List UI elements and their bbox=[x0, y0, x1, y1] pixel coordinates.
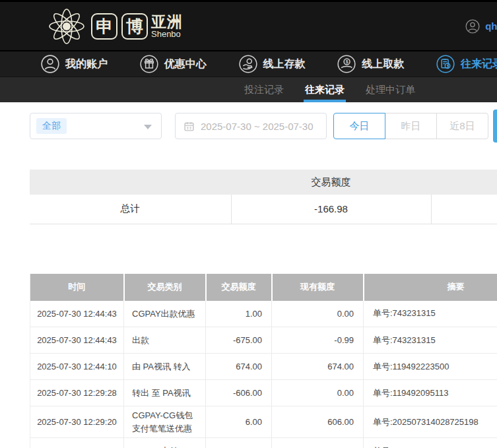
cell-type: CGPAY出款优惠 bbox=[124, 301, 206, 327]
cell-memo: 单号:202507314028725198 bbox=[364, 438, 497, 448]
nav-item-label: 线上存款 bbox=[263, 57, 306, 71]
cell-memo: 单号:743231315 bbox=[364, 301, 497, 327]
withdraw-icon: $ bbox=[337, 55, 356, 73]
gift-icon bbox=[140, 55, 158, 73]
cell-time: 2025-07-30 12:29:28 bbox=[30, 380, 124, 406]
cell-balance: 600.00 bbox=[272, 438, 364, 448]
column-header-time: 时间 bbox=[30, 274, 124, 301]
brand-subtext: Shenbo bbox=[151, 30, 183, 39]
nav-item-deposit[interactable]: 线上存款 bbox=[239, 55, 306, 73]
summary-total-label: 总计 bbox=[30, 195, 231, 224]
summary-header-spacer bbox=[30, 170, 231, 195]
deposit-icon bbox=[239, 55, 257, 73]
cell-memo: 单号:202507314028725198 bbox=[364, 406, 497, 438]
cell-type: 转出 至 PA视讯 bbox=[124, 380, 206, 406]
svg-text:$: $ bbox=[346, 59, 348, 65]
cell-balance: 606.00 bbox=[272, 406, 364, 438]
column-header-memo: 摘要 bbox=[364, 274, 497, 301]
cell-amount: 6.00 bbox=[206, 406, 272, 438]
selected-type-tag[interactable]: 全部 bbox=[36, 118, 67, 134]
table-row: 2025-07-30 12:44:43 出款 -675.00 -0.99 单号:… bbox=[30, 327, 497, 354]
nav-item-transaction-records[interactable]: 往来记录 bbox=[436, 55, 497, 73]
query-button[interactable] bbox=[493, 110, 497, 143]
nav-item-label: 线上取款 bbox=[362, 57, 404, 71]
filter-row: 全部 2025-07-30 ~ 2025-07-30 今日 昨日 近8日 bbox=[30, 110, 497, 143]
cell-memo: 单号:743231315 bbox=[364, 327, 497, 354]
date-range-value: 2025-07-30 ~ 2025-07-30 bbox=[201, 121, 314, 132]
nav-item-promotions[interactable]: 优惠中心 bbox=[140, 55, 207, 73]
top-header: 申 博 亚洲 Shenbo qhhv bbox=[0, 2, 497, 50]
calendar-icon bbox=[183, 121, 195, 132]
flower-logo-icon bbox=[46, 6, 87, 47]
page: 申 博 亚洲 Shenbo qhhv bbox=[0, 0, 497, 448]
summary-header-spacer bbox=[431, 170, 497, 195]
chevron-down-icon bbox=[144, 125, 152, 129]
cell-time: 2025-07-30 12:44:43 bbox=[30, 301, 124, 327]
table-header-row: 时间 交易类别 交易额度 现有额度 摘要 bbox=[30, 274, 497, 301]
brand-region: 亚洲 Shenbo bbox=[151, 14, 183, 39]
cell-amount: 600.00 bbox=[206, 438, 272, 448]
cell-type: 由 PA视讯 转入 bbox=[124, 354, 206, 380]
column-header-amount: 交易额度 bbox=[206, 274, 272, 301]
table-row: 2025-07-30 12:29:28 转出 至 PA视讯 -606.00 0.… bbox=[30, 380, 497, 406]
cell-balance: 674.00 bbox=[272, 354, 364, 380]
cell-balance: 0.00 bbox=[272, 380, 364, 406]
summary-table: 交易额度 总计 -166.98 bbox=[30, 170, 497, 224]
nav-item-label: 优惠中心 bbox=[164, 57, 207, 71]
user-icon bbox=[41, 55, 59, 73]
quick-filter-today[interactable]: 今日 bbox=[333, 113, 385, 139]
cell-amount: 1.00 bbox=[206, 301, 272, 327]
cell-memo: 单号:119492223500 bbox=[364, 354, 497, 380]
cell-time: 2025-07-30 12:44:10 bbox=[30, 354, 124, 380]
cell-type: 出款 bbox=[124, 327, 206, 354]
column-header-type: 交易类别 bbox=[124, 274, 206, 301]
date-range-input[interactable]: 2025-07-30 ~ 2025-07-30 bbox=[175, 113, 327, 139]
cell-balance: -0.99 bbox=[272, 327, 364, 354]
logo-char-shen: 申 bbox=[91, 13, 117, 40]
tab-pending-orders[interactable]: 处理中订单 bbox=[366, 77, 415, 102]
cell-time: 2025-07-30 12:44:43 bbox=[30, 327, 124, 354]
tab-betting-records[interactable]: 投注记录 bbox=[244, 77, 284, 102]
cell-type: CGPAY支付 bbox=[124, 438, 206, 448]
cell-amount: 674.00 bbox=[206, 354, 272, 380]
cell-amount: -675.00 bbox=[206, 327, 272, 354]
table-row: 2025-07-30 12:29:20 CGPAY-CG钱包支付笔笔送优惠 6.… bbox=[30, 406, 497, 438]
cell-time: 2025-07-30 12:29:20 bbox=[30, 406, 124, 438]
logo-char-bo: 博 bbox=[121, 13, 148, 40]
username-link[interactable]: qhhv bbox=[485, 20, 497, 32]
cell-memo: 单号:119492095113 bbox=[364, 380, 497, 406]
user-area: qhhv bbox=[465, 2, 497, 50]
cell-type: CGPAY-CG钱包支付笔笔送优惠 bbox=[124, 406, 206, 438]
records-icon bbox=[436, 55, 455, 73]
quick-filter-yesterday[interactable]: 昨日 bbox=[385, 113, 437, 139]
cell-time: 2025-07-30 12:29:20 bbox=[30, 438, 124, 448]
quick-filter-last-8-days[interactable]: 近8日 bbox=[436, 113, 488, 139]
type-filter-select[interactable]: 全部 bbox=[30, 113, 162, 139]
content-area: 全部 2025-07-30 ~ 2025-07-30 今日 昨日 近8日 bbox=[0, 110, 497, 448]
summary-header-amount: 交易额度 bbox=[231, 170, 431, 195]
nav-item-withdraw[interactable]: $ 线上取款 bbox=[337, 55, 404, 73]
nav-item-label: 我的账户 bbox=[65, 57, 108, 71]
tab-transaction-records[interactable]: 往来记录 bbox=[305, 77, 345, 102]
nav-item-my-account[interactable]: 我的账户 bbox=[41, 55, 108, 73]
quick-date-buttons: 今日 昨日 近8日 bbox=[333, 113, 488, 139]
user-avatar-icon bbox=[465, 19, 480, 34]
sub-tab-bar: 投注记录 往来记录 处理中订单 bbox=[0, 77, 497, 102]
summary-total-value: -166.98 bbox=[231, 195, 431, 224]
nav-item-label: 往来记录 bbox=[461, 57, 497, 71]
cell-balance: 0.00 bbox=[272, 301, 364, 327]
brand-logo: 申 博 亚洲 Shenbo bbox=[46, 6, 183, 47]
cell-amount: -606.00 bbox=[206, 380, 272, 406]
table-row: 2025-07-30 12:44:43 CGPAY出款优惠 1.00 0.00 … bbox=[30, 301, 497, 327]
table-row: 2025-07-30 12:29:20 CGPAY支付 600.00 600.0… bbox=[30, 438, 497, 448]
main-nav: 我的账户 优惠中心 线上存款 bbox=[0, 50, 497, 77]
table-row: 2025-07-30 12:44:10 由 PA视讯 转入 674.00 674… bbox=[30, 354, 497, 380]
column-header-balance: 现有额度 bbox=[272, 274, 364, 301]
records-table: 时间 交易类别 交易额度 现有额度 摘要 2025-07-30 12:44:43… bbox=[30, 274, 497, 448]
summary-empty-cell bbox=[431, 195, 497, 224]
brand-region-text: 亚洲 bbox=[151, 14, 183, 30]
